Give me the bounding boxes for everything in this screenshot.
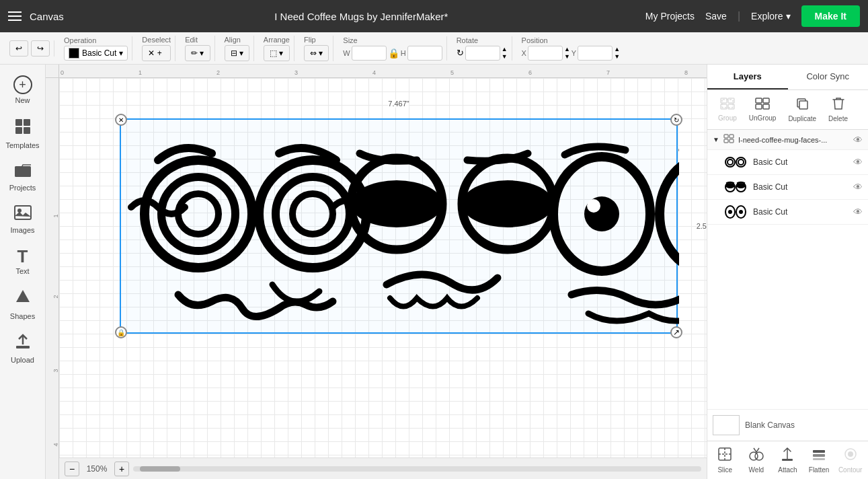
svg-point-13 [276, 177, 350, 251]
ungroup-button[interactable]: UnGroup [744, 95, 782, 124]
zoom-out-button[interactable]: − [65, 462, 79, 476]
layer-item-1[interactable]: Basic Cut 👁 [707, 150, 868, 175]
canvas-grid[interactable]: 7.467" 2.58" ✕ ↻ 🔒 ↗ [59, 78, 707, 457]
flip-button[interactable]: ⇔ ▾ [304, 45, 329, 61]
deselect-button[interactable]: ✕ + [142, 45, 171, 61]
selection-box[interactable]: 7.467" 2.58" ✕ ↻ 🔒 ↗ [120, 118, 678, 334]
layer-thumb-2 [723, 178, 748, 196]
width-input[interactable]: 7.467 [352, 46, 387, 61]
sidebar-item-upload[interactable]: Upload [3, 328, 43, 369]
operation-dropdown[interactable]: Basic Cut ▾ [64, 46, 128, 61]
handle-bottom-left[interactable]: 🔒 [115, 326, 127, 338]
svg-marker-7 [16, 290, 30, 302]
align-button[interactable]: ⊟ ▾ [225, 45, 249, 61]
slice-button[interactable]: Slice [710, 444, 740, 476]
layers-section: ▼ I-need-coffee-mug-faces-... 👁 [707, 130, 868, 409]
layer-item-3[interactable]: Basic Cut 👁 [707, 200, 868, 225]
height-input[interactable]: 2.58 [407, 46, 442, 61]
sidebar-item-images[interactable]: Images [3, 200, 43, 239]
edit-button[interactable]: ✏ ▾ [185, 45, 210, 61]
svg-rect-32 [756, 104, 762, 109]
edit-label: Edit [185, 36, 210, 44]
zoom-in-button[interactable]: + [114, 462, 129, 476]
flatten-icon [812, 447, 826, 465]
layer-group-header[interactable]: ▼ I-need-coffee-mug-faces-... 👁 [707, 130, 868, 150]
faces-svg [121, 120, 679, 332]
size-label: Size [343, 36, 442, 44]
tab-layers[interactable]: Layers [707, 65, 788, 89]
svg-rect-58 [813, 458, 825, 460]
pos-y-input[interactable]: 0.738 [578, 46, 613, 61]
pos-y-label: Y [571, 49, 576, 57]
layer-visibility-2[interactable]: 👁 [853, 182, 863, 192]
layer-group-visibility[interactable]: 👁 [853, 135, 863, 145]
top-navigation: Canvas I Need Coffee Mugs by JenniferMak… [0, 0, 868, 32]
sidebar-label-projects: Projects [9, 184, 36, 192]
sidebar-item-new[interactable]: + New [3, 70, 43, 110]
explore-button[interactable]: Explore ▾ [751, 11, 790, 22]
pos-x-input[interactable]: 0.537 [528, 46, 563, 61]
hamburger-menu[interactable] [8, 11, 22, 21]
arrange-group: Arrange ⬚ ▾ [260, 36, 294, 61]
handle-top-left[interactable]: ✕ [115, 114, 127, 126]
toolbar: ↩ ↪ Operation Basic Cut ▾ Deselect ✕ + E… [0, 32, 868, 65]
svg-point-21 [587, 199, 600, 213]
deselect-group: Deselect ✕ + [138, 36, 175, 61]
undo-button[interactable]: ↩ [9, 40, 28, 57]
canvas-area[interactable]: 0 1 2 3 4 5 6 7 8 1 2 3 4 5 [46, 65, 707, 479]
handle-bottom-right[interactable]: ↗ [670, 326, 682, 338]
layer-thumb-3 [723, 202, 748, 221]
rotate-stepper[interactable]: ▲▼ [502, 46, 508, 60]
weld-button[interactable]: Weld [742, 444, 772, 476]
delete-icon [832, 97, 844, 114]
color-swatch [69, 48, 79, 59]
duplicate-icon [795, 97, 809, 114]
main-area: + New Templates Projec [0, 65, 868, 479]
attach-icon [780, 447, 795, 465]
attach-button[interactable]: Attach [773, 444, 803, 476]
pos-y-stepper[interactable]: ▲▼ [614, 46, 620, 60]
horizontal-scrollbar[interactable] [133, 466, 701, 472]
sidebar-label-new: New [15, 96, 30, 104]
group-icon-small [723, 134, 734, 145]
canvas-color-swatch[interactable] [713, 415, 740, 435]
delete-button[interactable]: Delete [823, 94, 853, 125]
size-group: Size W 7.467 🔒 H 2.58 [339, 36, 446, 61]
sidebar-item-projects[interactable]: Projects [3, 157, 43, 197]
sidebar-item-shapes[interactable]: Shapes [3, 283, 43, 326]
svg-point-14 [292, 194, 333, 234]
svg-rect-30 [756, 98, 762, 103]
layer-visibility-3[interactable]: 👁 [853, 207, 863, 217]
group-expand-arrow: ▼ [713, 136, 719, 143]
sidebar-item-text[interactable]: T Text [3, 242, 43, 281]
duplicate-button[interactable]: Duplicate [783, 94, 822, 125]
templates-icon [14, 118, 32, 139]
align-label: Align [225, 36, 249, 44]
group-button[interactable]: Group [713, 95, 742, 124]
width-label: W [343, 49, 350, 57]
svg-point-18 [462, 180, 553, 227]
tab-color-sync[interactable]: Color Sync [788, 65, 869, 89]
layer-item-2[interactable]: Basic Cut 👁 [707, 175, 868, 200]
pos-x-stepper[interactable]: ▲▼ [564, 46, 570, 60]
svg-rect-37 [729, 135, 734, 138]
arrange-button[interactable]: ⬚ ▾ [264, 45, 290, 61]
redo-button[interactable]: ↪ [31, 40, 50, 57]
rotate-input[interactable]: 0 [465, 46, 500, 61]
save-button[interactable]: Save [705, 11, 727, 22]
svg-point-22 [660, 157, 679, 271]
scrollbar-thumb[interactable] [140, 466, 180, 472]
sidebar-item-templates[interactable]: Templates [3, 112, 43, 155]
dimension-height: 2.58" [697, 222, 707, 230]
flip-label: Flip [304, 36, 329, 44]
arrange-label: Arrange [264, 36, 290, 44]
left-sidebar: + New Templates Projec [0, 65, 46, 479]
sidebar-label-upload: Upload [11, 356, 34, 364]
my-projects-button[interactable]: My Projects [645, 11, 695, 22]
handle-top-right[interactable]: ↻ [670, 114, 682, 126]
layer-visibility-1[interactable]: 👁 [853, 157, 863, 168]
zoom-level: 150% [83, 464, 110, 474]
contour-button[interactable]: Contour [835, 444, 865, 476]
make-it-button[interactable]: Make It [801, 5, 860, 27]
flatten-button[interactable]: Flatten [804, 444, 834, 476]
